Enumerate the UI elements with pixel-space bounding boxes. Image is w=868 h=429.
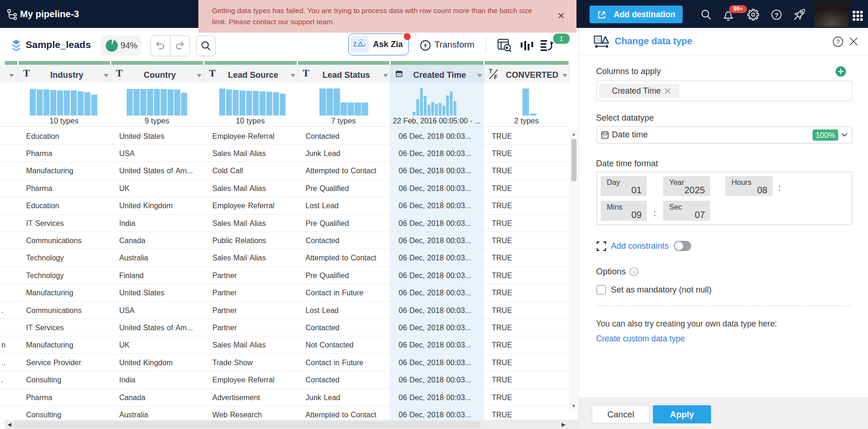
svg-text:?: ? — [836, 38, 840, 45]
svg-text:i: i — [633, 269, 635, 275]
svg-text:?: ? — [774, 12, 778, 19]
